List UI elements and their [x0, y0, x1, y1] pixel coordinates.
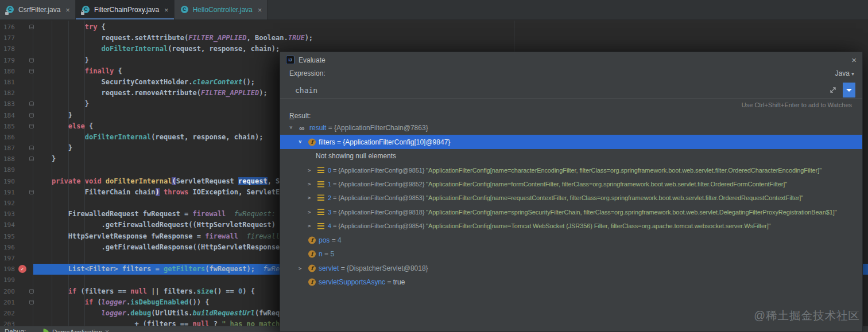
expression-label: Expression:	[289, 69, 326, 77]
debug-session-tab[interactable]: DemoApplication ×	[43, 328, 109, 332]
fold-marker-icon[interactable]	[29, 124, 34, 128]
chevron-down-icon	[851, 69, 854, 77]
code-line[interactable]: 176 try {	[0, 22, 868, 33]
line-number: 187	[3, 143, 23, 154]
close-icon[interactable]: ×	[164, 6, 169, 14]
code-text: .getFirewalledRequest((HttpServletReques…	[35, 220, 317, 231]
fold-marker-icon[interactable]	[29, 25, 34, 29]
tab-csrffilter-java[interactable]: CCsrfFilter.java×	[0, 0, 76, 19]
variable-row-n[interactable]: fn = 5	[280, 247, 862, 261]
field-icon: f	[308, 279, 316, 286]
line-number: 181	[3, 77, 23, 88]
close-icon[interactable]: ×	[851, 56, 857, 64]
variable-text: 1 = {ApplicationFilterConfig@9852} "Appl…	[328, 181, 787, 188]
line-number: 199	[3, 275, 23, 286]
result-tree: >∞result = {ApplicationFilterChain@7863}…	[280, 121, 862, 331]
fold-marker-icon[interactable]	[29, 289, 34, 294]
line-number: 202	[3, 308, 23, 319]
variable-row-servletSupportsAsync[interactable]: fservletSupportsAsync = true	[280, 275, 862, 289]
fold-marker-icon[interactable]	[29, 300, 34, 304]
code-text: }	[35, 110, 72, 121]
code-text: doFilterInternal(request, response, chai…	[35, 44, 280, 54]
code-text: }	[35, 99, 89, 110]
fold-marker-icon[interactable]	[29, 190, 34, 194]
chevron-right-icon[interactable]: >	[308, 224, 311, 229]
evaluate-dialog: IJ Evaluate × Expression: Java chain Use…	[280, 52, 863, 332]
line-number: 185	[3, 121, 23, 132]
variable-row-0[interactable]: >0 = {ApplicationFilterConfig@9851} "App…	[280, 163, 862, 177]
close-icon[interactable]: ×	[65, 6, 70, 14]
tab-filterchainproxy-java[interactable]: CFilterChainProxy.java×	[76, 0, 175, 19]
chevron-right-icon[interactable]: >	[308, 181, 311, 186]
code-text: SecurityContextHolder.clearContext();	[35, 77, 255, 88]
spring-boot-icon	[42, 329, 49, 332]
line-number: 180	[3, 66, 23, 77]
java-class-icon: C	[82, 5, 91, 14]
line-number: 191	[3, 187, 23, 198]
variable-text: 0 = {ApplicationFilterConfig@9851} "Appl…	[328, 167, 822, 174]
dialog-title-bar[interactable]: IJ Evaluate ×	[280, 52, 862, 68]
close-icon[interactable]: ×	[258, 6, 262, 14]
variable-row-pos[interactable]: fpos = 4	[280, 233, 862, 247]
expand-editor-icon[interactable]	[829, 86, 837, 94]
variable-text: 2 = {ApplicationFilterConfig@9853} "Appl…	[328, 194, 803, 201]
code-text: logger.debug(UrlUtils.buildRequestUrl(fw…	[35, 308, 300, 319]
chevron-right-icon[interactable]: >	[308, 209, 311, 214]
dialog-title: Evaluate	[299, 56, 326, 64]
fold-marker-icon[interactable]	[29, 113, 34, 118]
variable-row-result[interactable]: >∞result = {ApplicationFilterChain@7863}	[280, 121, 862, 135]
variable-text: servletSupportsAsync = true	[319, 278, 405, 286]
java-class-icon: C	[180, 5, 189, 14]
line-number: 186	[3, 132, 23, 143]
variable-row-1[interactable]: >1 = {ApplicationFilterConfig@9852} "App…	[280, 177, 862, 191]
editor-tab-bar: CCsrfFilter.java×CFilterChainProxy.java×…	[0, 0, 868, 20]
tab-hellocontroller-java[interactable]: CHelloController.java×	[175, 0, 268, 19]
code-text: if (logger.isDebugEnabled()) {	[35, 297, 209, 308]
variable-text: pos = 4	[319, 236, 342, 244]
variable-row-3[interactable]: >3 = {ApplicationFilterConfig@9818} "App…	[280, 205, 862, 219]
java-class-icon: C	[6, 5, 15, 14]
line-number: 176	[3, 22, 23, 33]
variable-row-2[interactable]: >2 = {ApplicationFilterConfig@9853} "App…	[280, 191, 862, 205]
chevron-down-icon[interactable]: >	[297, 140, 303, 143]
code-text: else {	[35, 121, 93, 132]
variable-row-filters[interactable]: >ffilters = {ApplicationFilterConfig[10]…	[280, 135, 862, 149]
language-selector[interactable]: Java	[835, 69, 854, 77]
result-label: Result:	[289, 112, 311, 120]
field-icon: f	[308, 251, 316, 258]
expression-history-dropdown-button[interactable]	[843, 83, 855, 97]
code-text: FilterChain chain) throws IOException, S…	[35, 187, 321, 198]
expression-input[interactable]: chain	[280, 81, 862, 99]
line-number: 192	[3, 198, 23, 209]
chevron-right-icon[interactable]: >	[308, 196, 311, 201]
fold-marker-icon[interactable]	[29, 157, 34, 161]
line-number: 194	[3, 220, 23, 231]
line-number: 190	[3, 176, 23, 187]
code-text: HttpServletResponse fwResponse = firewal…	[35, 231, 288, 242]
close-icon[interactable]: ×	[105, 328, 109, 332]
variable-row-4[interactable]: >4 = {ApplicationFilterConfig@9854} "App…	[280, 219, 862, 233]
variable-row-servlet[interactable]: >fservlet = {DispatcherServlet@8018}	[280, 261, 862, 275]
array-element-icon	[317, 167, 324, 173]
field-icon: f	[308, 264, 316, 272]
breakpoint-icon[interactable]: ✓	[18, 265, 26, 273]
tab-label: HelloController.java	[193, 6, 253, 14]
fold-marker-icon[interactable]	[29, 58, 34, 63]
fold-marker-icon[interactable]	[29, 101, 34, 106]
line-number: 189	[3, 165, 23, 175]
ide-window: CCsrfFilter.java×CFilterChainProxy.java×…	[0, 0, 868, 332]
code-text: }	[35, 143, 72, 154]
array-element-icon	[317, 223, 324, 229]
chevron-right-icon[interactable]: >	[299, 265, 301, 271]
line-number: 201	[3, 297, 23, 308]
fold-marker-icon[interactable]	[29, 69, 34, 73]
chevron-down-icon[interactable]: >	[288, 126, 293, 129]
variable-row-message[interactable]: Not showing null elements	[280, 149, 862, 163]
line-number: 197	[3, 253, 23, 264]
line-number: 188	[3, 154, 23, 165]
line-number: 178	[3, 44, 23, 54]
expression-value: chain	[295, 84, 317, 96]
code-line[interactable]: 177 request.setAttribute(FILTER_APPLIED,…	[0, 33, 868, 44]
fold-marker-icon[interactable]	[29, 146, 34, 150]
chevron-right-icon[interactable]: >	[308, 167, 311, 173]
